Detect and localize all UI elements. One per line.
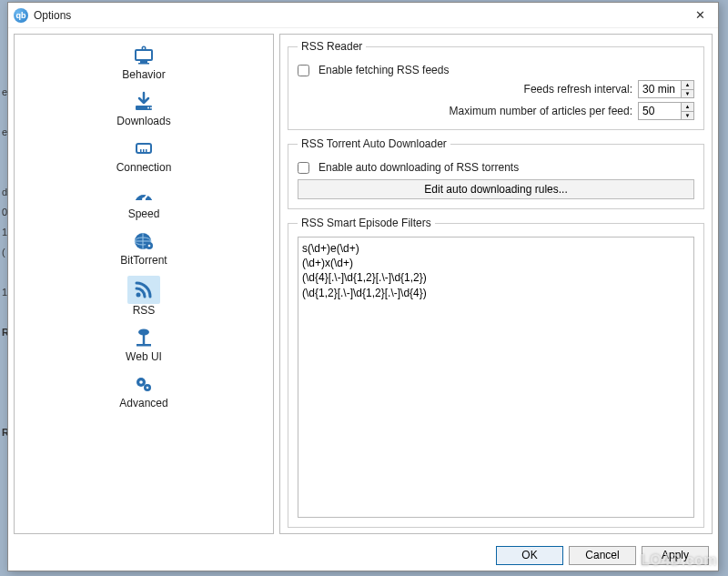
- category-list[interactable]: Behavior Downloads Connection Speed: [14, 34, 274, 534]
- speed-icon: [131, 183, 157, 207]
- window-title: Options: [34, 9, 687, 22]
- svg-point-17: [148, 245, 151, 248]
- max-articles-spinner[interactable]: ▲ ▼: [638, 102, 694, 120]
- nav-item-speed[interactable]: Speed: [27, 179, 260, 226]
- watermark: LO4D.com: [641, 552, 717, 569]
- rss-auto-downloader-group: RSS Torrent Auto Downloader Enable auto …: [288, 137, 704, 209]
- nav-item-behavior[interactable]: Behavior: [27, 40, 260, 86]
- nav-item-webui[interactable]: Web UI: [27, 322, 260, 369]
- titlebar: qb Options ✕: [8, 3, 718, 28]
- close-icon: ✕: [695, 8, 705, 22]
- svg-point-18: [136, 293, 141, 298]
- enable-rss-label: Enable fetching RSS feeds: [318, 64, 449, 76]
- nav-item-rss[interactable]: RSS: [27, 272, 260, 322]
- spin-down-icon[interactable]: ▼: [682, 112, 693, 120]
- svg-rect-21: [136, 344, 151, 347]
- dialog-footer: OK Cancel Apply: [8, 540, 718, 571]
- max-articles-value[interactable]: [639, 103, 681, 119]
- downloads-icon: [131, 90, 157, 114]
- webui-icon: [131, 326, 157, 349]
- refresh-interval-spinner[interactable]: ▲ ▼: [638, 80, 694, 98]
- svg-rect-10: [143, 149, 145, 152]
- svg-point-7: [150, 107, 152, 109]
- nav-label: BitTorrent: [120, 254, 167, 267]
- nav-label: Speed: [128, 207, 160, 220]
- spin-up-icon[interactable]: ▲: [682, 103, 693, 112]
- enable-auto-dl-label: Enable auto downloading of RSS torrents: [318, 161, 519, 174]
- svg-rect-11: [146, 149, 147, 152]
- nav-label: RSS: [133, 304, 156, 317]
- nav-label: Connection: [116, 161, 172, 174]
- nav-label: Web UI: [126, 350, 162, 363]
- nav-label: Advanced: [119, 397, 167, 409]
- svg-point-25: [147, 387, 149, 389]
- group-legend: RSS Torrent Auto Downloader: [298, 137, 450, 150]
- svg-rect-0: [136, 50, 152, 60]
- advanced-icon: [131, 372, 157, 396]
- cancel-button[interactable]: Cancel: [569, 546, 636, 565]
- edit-rules-button[interactable]: Edit auto downloading rules...: [298, 179, 694, 199]
- enable-auto-dl-checkbox[interactable]: [298, 162, 309, 174]
- enable-rss-checkbox[interactable]: [298, 65, 309, 76]
- svg-rect-1: [140, 61, 147, 63]
- svg-point-19: [138, 329, 149, 336]
- rss-filters-group: RSS Smart Episode Filters: [288, 217, 704, 528]
- svg-rect-9: [140, 149, 142, 152]
- bittorrent-icon: [131, 229, 157, 253]
- nav-label: Downloads: [116, 115, 170, 127]
- group-legend: RSS Smart Episode Filters: [298, 217, 435, 229]
- ok-button[interactable]: OK: [496, 546, 563, 565]
- svg-rect-5: [136, 106, 152, 110]
- nav-label: Behavior: [122, 68, 165, 81]
- options-dialog: qb Options ✕ Behavior Downloads: [7, 2, 719, 571]
- rss-reader-group: RSS Reader Enable fetching RSS feeds Fee…: [288, 40, 704, 130]
- max-articles-label: Maximum number of articles per feed:: [450, 105, 632, 117]
- refresh-interval-value[interactable]: [639, 81, 681, 97]
- refresh-interval-label: Feeds refresh interval:: [524, 83, 632, 96]
- svg-point-23: [139, 380, 143, 384]
- svg-point-4: [143, 47, 145, 49]
- rss-icon: [131, 278, 157, 301]
- nav-item-downloads[interactable]: Downloads: [27, 86, 260, 133]
- connection-icon: [131, 136, 157, 160]
- close-button[interactable]: ✕: [687, 6, 713, 25]
- nav-item-advanced[interactable]: Advanced: [27, 369, 260, 415]
- nav-item-connection[interactable]: Connection: [27, 133, 260, 179]
- settings-panel: RSS Reader Enable fetching RSS feeds Fee…: [279, 34, 713, 534]
- svg-point-6: [147, 107, 149, 109]
- svg-rect-2: [138, 63, 149, 65]
- episode-filters-textarea[interactable]: [298, 237, 694, 518]
- behavior-icon: [131, 44, 157, 67]
- group-legend: RSS Reader: [298, 40, 366, 53]
- spin-up-icon[interactable]: ▲: [682, 81, 693, 90]
- app-icon: qb: [14, 8, 28, 23]
- nav-item-bittorrent[interactable]: BitTorrent: [27, 226, 260, 272]
- spin-down-icon[interactable]: ▼: [682, 90, 693, 98]
